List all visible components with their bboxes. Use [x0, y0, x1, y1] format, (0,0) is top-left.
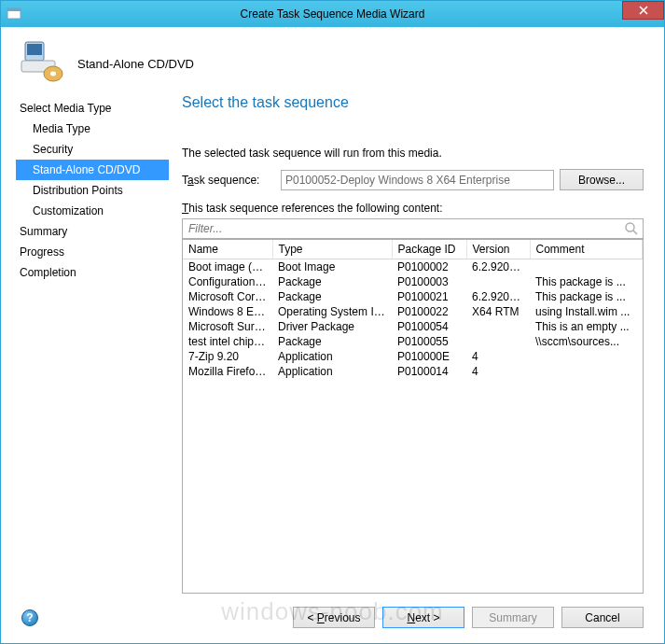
task-sequence-field[interactable] — [281, 170, 554, 190]
cell-pkg: P0100055 — [392, 334, 466, 349]
svg-rect-3 — [27, 44, 42, 55]
cell-type: Boot Image — [272, 259, 392, 275]
svg-point-7 — [626, 223, 634, 231]
cell-cmt: \\sccm\sources... — [530, 334, 643, 349]
cell-pkg: P0100003 — [392, 274, 466, 289]
table-row[interactable]: test intel chipsetPackageP0100055\\sccm\… — [183, 334, 643, 349]
summary-button: Summary — [472, 607, 554, 628]
instruction-text: The selected task sequence will run from… — [182, 147, 644, 160]
cell-cmt — [530, 364, 643, 379]
search-icon[interactable] — [624, 221, 639, 236]
window-title: Create Task Sequence Media Wizard — [1, 7, 664, 21]
cell-type: Package — [272, 289, 392, 304]
cell-name: test intel chipset — [183, 334, 272, 349]
cell-name: Boot image (x64) — [183, 259, 272, 275]
page-heading: Select the task sequence — [182, 94, 644, 111]
cell-pkg: P0100014 — [392, 364, 466, 379]
cell-cmt: using Install.wim ... — [530, 304, 643, 319]
footer: ? < Previous Next > Summary Cancel — [1, 594, 664, 643]
cell-name: Configuration M... — [183, 274, 272, 289]
svg-line-8 — [633, 231, 637, 234]
nav-item-select-media-type[interactable]: Select Media Type — [16, 98, 174, 119]
cell-type: Application — [272, 364, 392, 379]
titlebar: Create Task Sequence Media Wizard — [1, 1, 664, 27]
cell-type: Operating System Image — [272, 304, 392, 319]
previous-label: < Previous — [307, 611, 360, 624]
cell-ver: 4 — [466, 349, 530, 364]
next-button[interactable]: Next > — [382, 607, 464, 628]
nav-sidebar: Select Media TypeMedia TypeSecurityStand… — [1, 89, 174, 594]
cell-pkg: P0100022 — [392, 304, 466, 319]
close-button[interactable] — [622, 1, 664, 20]
cell-ver: 4 — [466, 364, 530, 379]
cell-type: Driver Package — [272, 319, 392, 334]
cell-ver — [466, 274, 530, 289]
table-row[interactable]: Configuration M...PackageP0100003This pa… — [183, 274, 643, 289]
filter-input[interactable] — [183, 220, 624, 237]
nav-item-progress[interactable]: Progress — [16, 242, 174, 262]
table-header-row[interactable]: Name Type Package ID Version Comment — [183, 240, 643, 259]
cell-type: Package — [272, 334, 392, 349]
cell-ver: 6.2.9200.... — [466, 289, 530, 304]
cell-ver: 6.2.9200.... — [466, 259, 530, 275]
references-label: This task sequence references the follow… — [182, 202, 644, 215]
cell-name: Windows 8 Ente... — [183, 304, 272, 319]
col-pkg-header[interactable]: Package ID — [392, 240, 466, 259]
cell-type: Application — [272, 349, 392, 364]
cell-type: Package — [272, 274, 392, 289]
col-name-header[interactable]: Name — [183, 240, 272, 259]
browse-button[interactable]: Browse... — [560, 169, 644, 190]
cell-cmt: This package is ... — [530, 274, 643, 289]
nav-item-media-type[interactable]: Media Type — [16, 119, 174, 139]
cell-pkg: P0100021 — [392, 289, 466, 304]
cell-cmt: This is an empty ... — [530, 319, 643, 334]
table-row[interactable]: Microsoft Surfac...Driver PackageP010005… — [183, 319, 643, 334]
cell-ver — [466, 334, 530, 349]
svg-point-6 — [50, 72, 56, 77]
cell-cmt — [530, 259, 643, 275]
wizard-header: Stand-Alone CD/DVD — [1, 27, 664, 89]
table-row[interactable]: 7-Zip 9.20ApplicationP010000E4 — [183, 349, 643, 364]
cell-cmt — [530, 349, 643, 364]
help-icon[interactable]: ? — [21, 609, 38, 626]
nav-item-security[interactable]: Security — [16, 139, 174, 160]
app-icon — [7, 7, 21, 21]
nav-item-completion[interactable]: Completion — [16, 262, 174, 283]
cell-pkg: P0100054 — [392, 319, 466, 334]
cell-pkg: P010000E — [392, 349, 466, 364]
filter-row — [182, 218, 644, 239]
task-sequence-label: Task sequence: — [182, 174, 275, 187]
nav-item-distribution-points[interactable]: Distribution Points — [16, 180, 174, 201]
nav-item-summary[interactable]: Summary — [16, 221, 174, 242]
cell-name: Microsoft Surfac... — [183, 319, 272, 334]
cell-ver — [466, 319, 530, 334]
svg-rect-1 — [7, 8, 21, 11]
disc-computer-icon — [20, 38, 64, 83]
cell-name: Microsoft Corpor... — [183, 289, 272, 304]
cell-name: 7-Zip 9.20 — [183, 349, 272, 364]
cell-pkg: P0100002 — [392, 259, 466, 275]
references-table[interactable]: Name Type Package ID Version Comment Boo… — [182, 239, 644, 594]
next-label: Next > — [407, 611, 439, 624]
col-type-header[interactable]: Type — [272, 240, 392, 259]
nav-item-customization[interactable]: Customization — [16, 201, 174, 221]
col-ver-header[interactable]: Version — [466, 240, 530, 259]
table-row[interactable]: Windows 8 Ente...Operating System ImageP… — [183, 304, 643, 319]
table-row[interactable]: Mozilla Firefox (e...ApplicationP0100014… — [183, 364, 643, 379]
content-pane: Select the task sequence The selected ta… — [174, 89, 664, 594]
wizard-subtitle: Stand-Alone CD/DVD — [77, 51, 194, 71]
table-row[interactable]: Boot image (x64)Boot ImageP01000026.2.92… — [183, 259, 643, 275]
wizard-window: Create Task Sequence Media Wizard Stand-… — [0, 0, 665, 644]
col-cmt-header[interactable]: Comment — [530, 240, 643, 259]
table-row[interactable]: Microsoft Corpor...PackageP01000216.2.92… — [183, 289, 643, 304]
cell-name: Mozilla Firefox (e... — [183, 364, 272, 379]
cancel-button[interactable]: Cancel — [561, 607, 644, 628]
task-sequence-row: Task sequence: Browse... — [182, 169, 644, 190]
nav-item-stand-alone-cd-dvd[interactable]: Stand-Alone CD/DVD — [16, 160, 169, 180]
cell-ver: X64 RTM — [466, 304, 530, 319]
previous-button[interactable]: < Previous — [293, 607, 375, 628]
cell-cmt: This package is ... — [530, 289, 643, 304]
close-icon — [639, 6, 648, 15]
